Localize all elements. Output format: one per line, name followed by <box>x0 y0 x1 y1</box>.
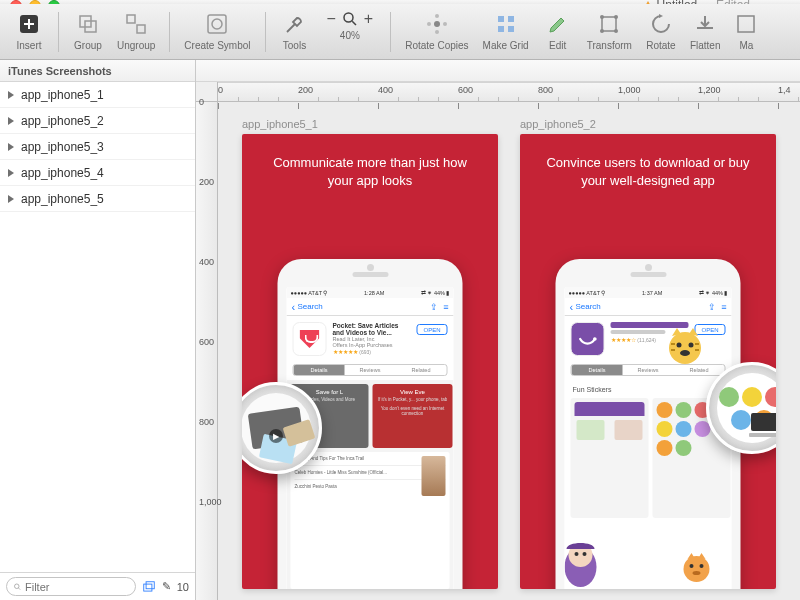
ungroup-button[interactable]: Ungroup <box>111 6 161 58</box>
svg-point-29 <box>575 552 579 556</box>
canvas-area: 02004006008001,0001,2001,4 0200400600800… <box>196 60 800 600</box>
share-icon: ⇪ <box>708 302 716 312</box>
svg-point-9 <box>435 14 439 18</box>
svg-point-37 <box>689 343 694 348</box>
zoom-in-button[interactable]: + <box>361 10 376 28</box>
svg-point-7 <box>344 13 353 22</box>
back-button: ‹ Search <box>570 301 601 313</box>
segment-tabs: Details Reviews Related <box>293 364 448 376</box>
svg-point-8 <box>434 21 440 27</box>
pen-icon: ✎ <box>162 580 171 593</box>
sidebar-item[interactable]: app_iphone5_2 <box>0 108 195 134</box>
insert-button[interactable]: Insert <box>8 6 50 58</box>
transform-button[interactable]: Transform <box>581 6 638 58</box>
rotate-copies-button[interactable]: Rotate Copies <box>399 6 474 58</box>
nav-bar: ‹ Search ⇪≡ <box>287 298 454 316</box>
sticker-character-icon <box>664 324 706 366</box>
layers-sidebar: iTunes Screenshots app_iphone5_1app_ipho… <box>0 60 196 600</box>
svg-rect-4 <box>137 25 145 33</box>
svg-rect-5 <box>208 15 226 33</box>
main-toolbar: Insert Group Ungroup Create Symbol Tools… <box>0 4 800 60</box>
list-icon: ≡ <box>443 302 448 312</box>
svg-rect-16 <box>508 26 514 32</box>
rotate-button[interactable]: Rotate <box>640 6 682 58</box>
svg-point-19 <box>614 15 618 19</box>
svg-point-6 <box>212 19 222 29</box>
disclosure-triangle-icon[interactable] <box>8 91 14 99</box>
nav-bar: ‹ Search ⇪≡ <box>565 298 732 316</box>
disclosure-triangle-icon[interactable] <box>8 143 14 151</box>
svg-point-10 <box>443 22 447 26</box>
sidebar-header: iTunes Screenshots <box>0 60 195 82</box>
disclosure-triangle-icon[interactable] <box>8 117 14 125</box>
filter-input[interactable] <box>25 581 135 593</box>
svg-rect-3 <box>127 15 135 23</box>
app-icon <box>571 322 605 356</box>
svg-rect-22 <box>738 16 754 32</box>
disclosure-triangle-icon[interactable] <box>8 195 14 203</box>
artboard-caption: Communicate more than just how your app … <box>242 134 498 195</box>
horizontal-ruler[interactable]: 02004006008001,0001,2001,4 <box>218 82 800 102</box>
zoom-out-button[interactable]: − <box>324 10 339 28</box>
search-icon <box>13 582 22 592</box>
layers-icon[interactable] <box>142 580 156 594</box>
layer-count-label: 10 <box>177 581 189 593</box>
open-button: OPEN <box>416 324 447 335</box>
svg-point-26 <box>593 337 597 341</box>
sidebar-item[interactable]: app_iphone5_5 <box>0 186 195 212</box>
list-icon: ≡ <box>721 302 726 312</box>
svg-point-21 <box>614 29 618 33</box>
zoom-magnify-icon <box>341 10 359 28</box>
svg-point-12 <box>427 22 431 26</box>
svg-rect-13 <box>498 16 504 22</box>
back-button: ‹ Search <box>292 301 323 313</box>
sidebar-item[interactable]: app_iphone5_1 <box>0 82 195 108</box>
share-icon: ⇪ <box>430 302 438 312</box>
artboard-caption: Convince users to download or buy your w… <box>520 134 776 195</box>
sidebar-item[interactable]: app_iphone5_3 <box>0 134 195 160</box>
svg-point-11 <box>435 30 439 34</box>
artboard-label[interactable]: app_iphone5_2 <box>520 118 776 130</box>
status-bar: ●●●●● AT&T ⚲ 1:37 AM ⇄ ⁕ 44% ▮ <box>565 287 732 298</box>
filter-input-wrap[interactable] <box>6 577 136 596</box>
status-bar: ●●●●● AT&T ⚲ 1:28 AM ⇄ ⁕ 44% ▮ <box>287 287 454 298</box>
artboard-label[interactable]: app_iphone5_1 <box>242 118 498 130</box>
sidebar-item-list: app_iphone5_1app_iphone5_2app_iphone5_3a… <box>0 82 195 572</box>
vertical-ruler[interactable]: 02004006008001,000 <box>196 102 218 600</box>
fun-stickers-label: Fun Stickers <box>573 386 612 393</box>
create-symbol-button[interactable]: Create Symbol <box>178 6 256 58</box>
svg-point-20 <box>600 29 604 33</box>
disclosure-triangle-icon[interactable] <box>8 169 14 177</box>
svg-point-31 <box>684 556 710 582</box>
svg-point-36 <box>677 343 682 348</box>
svg-rect-25 <box>146 581 154 588</box>
app-icon <box>293 322 327 356</box>
zoom-control[interactable]: − + 40% <box>318 6 383 58</box>
svg-point-32 <box>690 564 694 568</box>
app-name-label: Pocket: Save Articles and Videos to Vie.… <box>333 322 411 336</box>
flatten-button[interactable]: Flatten <box>684 6 727 58</box>
svg-rect-14 <box>508 16 514 22</box>
artboard-2[interactable]: Convince users to download or buy your w… <box>520 134 776 589</box>
make-grid-button[interactable]: Make Grid <box>477 6 535 58</box>
zoom-level-label: 40% <box>340 30 360 41</box>
group-button[interactable]: Group <box>67 6 109 58</box>
artboard-1[interactable]: Communicate more than just how your app … <box>242 134 498 589</box>
sidebar-item[interactable]: app_iphone5_4 <box>0 160 195 186</box>
svg-rect-15 <box>498 26 504 32</box>
svg-point-23 <box>15 583 20 588</box>
svg-point-35 <box>669 332 701 364</box>
canvas-viewport[interactable]: app_iphone5_1 Communicate more than just… <box>218 102 800 600</box>
svg-point-18 <box>600 15 604 19</box>
tools-button[interactable]: Tools <box>274 6 316 58</box>
edit-button[interactable]: Edit <box>537 6 579 58</box>
svg-point-34 <box>693 571 701 575</box>
svg-rect-17 <box>602 17 616 31</box>
svg-point-38 <box>680 350 690 356</box>
svg-point-33 <box>700 564 704 568</box>
mask-button[interactable]: Ma <box>728 6 764 58</box>
svg-rect-24 <box>144 584 152 591</box>
svg-point-30 <box>583 552 587 556</box>
